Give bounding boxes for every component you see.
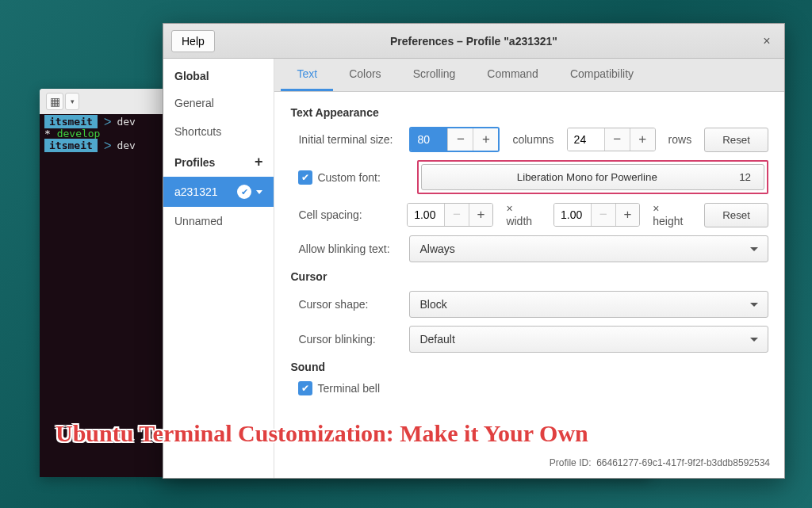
columns-minus[interactable]: − xyxy=(447,128,473,151)
cell-height-input[interactable] xyxy=(554,204,591,226)
tab-compatibility[interactable]: Compatibility xyxy=(554,59,649,91)
cell-height-spinner[interactable]: − + xyxy=(553,203,640,227)
terminal-cmd1: dev xyxy=(117,116,135,128)
section-text-appearance: Text Appearance xyxy=(290,106,768,119)
cell-width-unit: × width xyxy=(506,202,541,227)
tab-text[interactable]: Text xyxy=(281,59,333,91)
blinking-text-dropdown[interactable]: Always xyxy=(409,235,768,262)
content-panel: Text Colors Scrolling Command Compatibil… xyxy=(274,59,784,478)
columns-input[interactable] xyxy=(411,128,447,151)
blinking-text-value: Always xyxy=(419,243,454,255)
cell-width-spinner[interactable]: − + xyxy=(407,203,493,227)
profile-id-value: 66461277-69c1-417f-9f2f-b3ddb8592534 xyxy=(596,457,770,468)
help-button[interactable]: Help xyxy=(171,30,215,52)
sidebar-item-profile-unnamed[interactable]: Unnamed xyxy=(163,207,274,235)
font-size: 12 xyxy=(739,171,751,183)
label-custom-font: Custom font: xyxy=(317,171,380,184)
new-tab-dropdown[interactable]: ▾ xyxy=(65,93,79,110)
label-blinking-text: Allow blinking text: xyxy=(290,243,401,255)
prompt-user: itsmeit xyxy=(44,115,98,128)
cursor-blinking-dropdown[interactable]: Default xyxy=(409,326,768,353)
font-button-highlight: Liberation Mono for Powerline 12 xyxy=(417,160,768,194)
reset-spacing-button[interactable]: Reset xyxy=(704,203,768,227)
plus-icon: ▦ xyxy=(50,95,60,108)
image-caption: Ubuntu Terminal Customization: Make it Y… xyxy=(56,420,588,447)
profile-a-label: a231321 xyxy=(174,185,218,198)
tab-colors[interactable]: Colors xyxy=(333,59,396,91)
section-sound: Sound xyxy=(290,361,768,373)
chevron-down-icon xyxy=(750,338,758,342)
cell-height-plus[interactable]: + xyxy=(615,204,640,226)
rows-input[interactable] xyxy=(568,128,604,151)
sidebar-item-profile-a231321[interactable]: a231321 ✔ xyxy=(163,177,274,207)
sidebar-heading-profiles: Profiles + xyxy=(163,146,274,177)
preferences-dialog: Help Preferences – Profile "a231321" × G… xyxy=(163,23,785,479)
sidebar-item-shortcuts[interactable]: Shortcuts xyxy=(163,117,274,146)
profile-id-label: Profile ID: xyxy=(550,457,592,468)
rows-unit: rows xyxy=(668,133,692,146)
new-tab-button[interactable]: ▦ xyxy=(46,93,63,110)
reset-size-button[interactable]: Reset xyxy=(704,128,768,152)
columns-unit: columns xyxy=(512,133,553,146)
profiles-label: Profiles xyxy=(174,156,215,169)
chevron-down-icon: ▾ xyxy=(71,97,75,105)
cursor-shape-dropdown[interactable]: Block xyxy=(409,291,768,318)
terminal-cmd2: dev xyxy=(117,139,135,151)
tab-bar: Text Colors Scrolling Command Compatibil… xyxy=(274,59,784,92)
font-name: Liberation Mono for Powerline xyxy=(435,171,739,183)
cell-height-minus[interactable]: − xyxy=(591,204,615,226)
label-cursor-blinking: Cursor blinking: xyxy=(290,333,401,346)
label-initial-size: Initial terminal size: xyxy=(290,133,401,146)
cursor-shape-value: Block xyxy=(419,298,446,311)
columns-spinner[interactable]: − + xyxy=(409,127,500,152)
cell-height-unit: × height xyxy=(653,202,691,227)
rows-spinner[interactable]: − + xyxy=(567,128,656,151)
close-button[interactable]: × xyxy=(757,34,776,48)
custom-font-checkbox[interactable]: ✔ xyxy=(298,170,312,185)
tab-command[interactable]: Command xyxy=(471,59,554,91)
chevron-down-icon[interactable] xyxy=(256,190,262,194)
chevron-down-icon xyxy=(750,303,758,307)
cell-width-input[interactable] xyxy=(408,204,444,226)
label-cursor-shape: Cursor shape: xyxy=(290,298,401,311)
columns-plus[interactable]: + xyxy=(473,128,498,151)
chevron-down-icon xyxy=(750,247,758,251)
prompt-user2: itsmeit xyxy=(44,139,98,152)
cell-width-plus[interactable]: + xyxy=(469,204,493,226)
profile-id-footer: Profile ID: 66461277-69c1-417f-9f2f-b3dd… xyxy=(274,451,784,478)
sidebar: Global General Shortcuts Profiles + a231… xyxy=(163,59,274,478)
cursor-blinking-value: Default xyxy=(419,333,454,346)
rows-plus[interactable]: + xyxy=(630,128,655,151)
terminal-bell-checkbox[interactable]: ✔ xyxy=(298,381,312,395)
tab-scrolling[interactable]: Scrolling xyxy=(397,59,472,91)
settings-area: Text Appearance Initial terminal size: −… xyxy=(274,92,784,451)
check-icon: ✔ xyxy=(237,185,251,199)
dialog-title: Preferences – Profile "a231321" xyxy=(390,35,557,48)
sidebar-item-general[interactable]: General xyxy=(163,89,274,117)
label-cell-spacing: Cell spacing: xyxy=(290,208,399,221)
rows-minus[interactable]: − xyxy=(604,128,630,151)
sidebar-heading-global: Global xyxy=(163,62,274,89)
add-profile-button[interactable]: + xyxy=(255,154,263,170)
titlebar: Help Preferences – Profile "a231321" × xyxy=(163,24,784,59)
section-cursor: Cursor xyxy=(290,270,768,283)
cell-width-minus[interactable]: − xyxy=(444,204,469,226)
git-branch: develop xyxy=(57,128,101,139)
label-terminal-bell: Terminal bell xyxy=(317,382,380,395)
font-chooser-button[interactable]: Liberation Mono for Powerline 12 xyxy=(421,164,764,190)
